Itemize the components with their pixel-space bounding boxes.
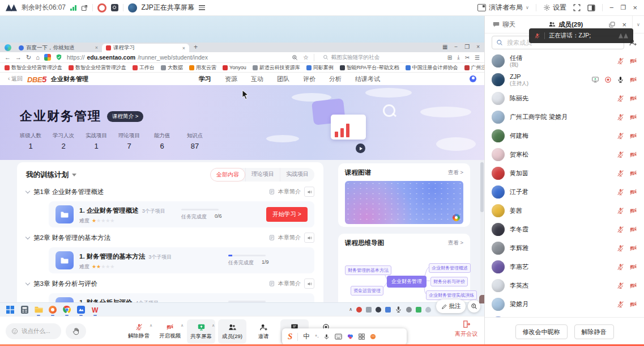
ime-mic-icon[interactable] bbox=[323, 334, 330, 340]
quick-search-pill[interactable]: 截图实验随学的社会 bbox=[319, 54, 442, 61]
member-row[interactable]: 李英杰 bbox=[485, 276, 644, 295]
reload-icon[interactable]: ↻ bbox=[26, 54, 31, 61]
browser-minimize-icon[interactable]: − bbox=[454, 44, 458, 50]
close-panel-icon[interactable]: × bbox=[622, 20, 626, 29]
tab-grid-icon[interactable]: ▦ bbox=[442, 44, 447, 50]
chapter-intro-link[interactable]: 本章简介 bbox=[278, 234, 301, 242]
member-row[interactable]: 广州工商学院 梁嫦月 bbox=[485, 108, 644, 126]
member-row[interactable]: 李辉雅 bbox=[485, 239, 644, 258]
cam-off-icon[interactable] bbox=[629, 76, 637, 83]
mic-off-icon[interactable] bbox=[617, 113, 624, 121]
fullscreen-icon[interactable] bbox=[573, 4, 581, 11]
bookmark[interactable]: 数智企业经营管理沙盘 bbox=[5, 64, 62, 71]
chevron-up-icon[interactable]: ∧ bbox=[349, 307, 352, 312]
mindmap-node[interactable]: 资金运营管理 bbox=[351, 286, 383, 296]
settings-button[interactable]: 设置 bbox=[543, 3, 566, 12]
mindmap-node[interactable]: 企业财务管理概述 bbox=[429, 263, 471, 273]
member-row[interactable]: 梁嫦月 bbox=[485, 295, 644, 314]
quick-message-input[interactable]: 说点什么... bbox=[6, 323, 61, 339]
mic-off-icon[interactable] bbox=[617, 188, 624, 196]
bookmark[interactable]: 广州注册会计师电子税务 bbox=[464, 64, 484, 71]
course-intro-badge[interactable]: 课程简介 > bbox=[107, 111, 143, 122]
audio-icon[interactable] bbox=[304, 279, 314, 289]
member-row[interactable]: 江子君 bbox=[485, 183, 644, 201]
tool-mic-off[interactable]: ∧ 解除静音 bbox=[125, 319, 153, 344]
bookmark[interactable]: 大数据 bbox=[161, 64, 183, 71]
new-tab-button[interactable]: + bbox=[194, 43, 198, 51]
bookmark[interactable]: 中国注册会计师协会 bbox=[406, 64, 458, 71]
browser-logo-icon[interactable] bbox=[5, 44, 11, 51]
address-bar[interactable]: https://edu.seentao.com/runner_web/stude… bbox=[67, 54, 208, 61]
audio-icon[interactable] bbox=[304, 233, 314, 243]
member-row[interactable]: 贺寒松 bbox=[485, 145, 644, 164]
tray-mic-icon[interactable] bbox=[395, 306, 402, 313]
bookmark[interactable]: 同影案例 bbox=[306, 64, 334, 71]
bookmark[interactable]: 数智企业经营管理沙盘 bbox=[69, 64, 126, 71]
mic-on-icon[interactable] bbox=[617, 76, 624, 83]
taskbar-file-explorer-icon[interactable] bbox=[34, 305, 43, 314]
cam-off-icon[interactable] bbox=[629, 132, 637, 140]
browser-tab-course[interactable]: 课程学习× bbox=[102, 44, 189, 52]
course-map-image[interactable] bbox=[345, 181, 463, 224]
scissors-icon[interactable]: ✂ bbox=[465, 54, 470, 61]
record-indicator-icon[interactable] bbox=[97, 3, 106, 12]
mic-off-icon[interactable] bbox=[617, 132, 624, 140]
leave-meeting-button[interactable]: 离开会议 bbox=[449, 320, 483, 338]
cam-off-icon[interactable] bbox=[629, 95, 637, 102]
tray-grey-icon[interactable] bbox=[366, 307, 372, 313]
cam-off-icon[interactable] bbox=[629, 151, 637, 158]
mindmap-node[interactable]: 财务管理的基本方法 bbox=[345, 265, 391, 275]
ime-skin-icon[interactable] bbox=[347, 334, 353, 340]
ime-keyboard-icon[interactable] bbox=[335, 334, 342, 340]
mic-off-icon[interactable] bbox=[617, 226, 624, 233]
download-icon[interactable]: ⤓ bbox=[457, 54, 459, 61]
member-row[interactable]: 姜茜 bbox=[485, 201, 644, 220]
media-play-button[interactable] bbox=[356, 144, 365, 153]
site-nav-item[interactable]: 互动 bbox=[251, 75, 263, 83]
member-row[interactable]: 陈丽先 bbox=[485, 89, 644, 108]
unmute-button[interactable]: 解除静音 bbox=[574, 324, 614, 339]
course-item[interactable]: 1. 企业财务管理概述3个子项目 难度★★★★★ 任务完成度0/6 开始学习 > bbox=[49, 201, 314, 227]
share-menu-icon[interactable] bbox=[199, 5, 205, 10]
member-row[interactable]: 黄加茵 bbox=[485, 164, 644, 183]
record-icon[interactable] bbox=[604, 76, 612, 83]
menu-icon[interactable]: ☰ bbox=[475, 54, 480, 61]
site-nav-item[interactable]: 团队 bbox=[277, 75, 289, 83]
taskbar-browser-360-icon[interactable] bbox=[48, 305, 57, 314]
extensions-grid-icon[interactable]: ⊞ bbox=[447, 54, 452, 61]
bookmark[interactable]: 新道云科技资源库 bbox=[253, 64, 300, 71]
tab-close-icon[interactable]: × bbox=[95, 45, 98, 50]
bookmark[interactable]: 工作台 bbox=[133, 64, 155, 71]
ime-grid-icon[interactable] bbox=[359, 334, 365, 340]
annotate-button[interactable]: 批注 bbox=[436, 299, 466, 313]
member-row[interactable]: 何建梅 bbox=[485, 126, 644, 145]
user-avatar-icon[interactable] bbox=[470, 75, 476, 82]
mindmap-node[interactable]: 企业财务管理实战演练 bbox=[426, 290, 477, 300]
tab-close-icon[interactable]: × bbox=[182, 45, 185, 51]
bookmark[interactable]: 智能RPA平台-帮助文档 bbox=[340, 64, 399, 71]
magnifier-button[interactable] bbox=[468, 300, 480, 313]
close-button[interactable]: × bbox=[633, 3, 637, 12]
member-row[interactable]: 李惠艺 bbox=[485, 258, 644, 276]
cam-off-icon[interactable] bbox=[629, 282, 637, 289]
rename-button[interactable]: 修改会中昵称 bbox=[515, 324, 568, 339]
bookmark[interactable]: 用友云营 bbox=[189, 64, 216, 71]
plan-dropdown-icon[interactable] bbox=[72, 174, 76, 176]
chevron-down-icon[interactable] bbox=[25, 281, 30, 285]
browser-tab-baidu[interactable]: 百度一下，你就知道× bbox=[15, 43, 102, 52]
browser-nav-logo-icon[interactable] bbox=[44, 54, 51, 61]
ime-toolbar[interactable]: S 中 °∙ bbox=[282, 328, 407, 345]
browser-restore-icon[interactable]: ❐ bbox=[464, 44, 470, 50]
tool-cam-off[interactable]: ∧ 开启视频 bbox=[156, 319, 184, 344]
mindmap-view-link[interactable]: 查看 > bbox=[448, 239, 463, 247]
raise-hand-button[interactable] bbox=[66, 323, 86, 339]
start-learning-button[interactable]: 开始学习 > bbox=[266, 207, 308, 222]
popout-window-icon[interactable] bbox=[81, 5, 88, 11]
cam-off-icon[interactable] bbox=[629, 188, 637, 196]
cam-off-icon[interactable] bbox=[629, 263, 637, 271]
mic-off-icon[interactable] bbox=[617, 151, 624, 158]
mic-off-icon[interactable] bbox=[617, 170, 624, 177]
forward-icon[interactable]: → bbox=[15, 54, 22, 61]
side-panel-collapse-handle[interactable]: ‹ bbox=[479, 295, 484, 303]
home-icon[interactable]: ⌂ bbox=[36, 54, 40, 61]
